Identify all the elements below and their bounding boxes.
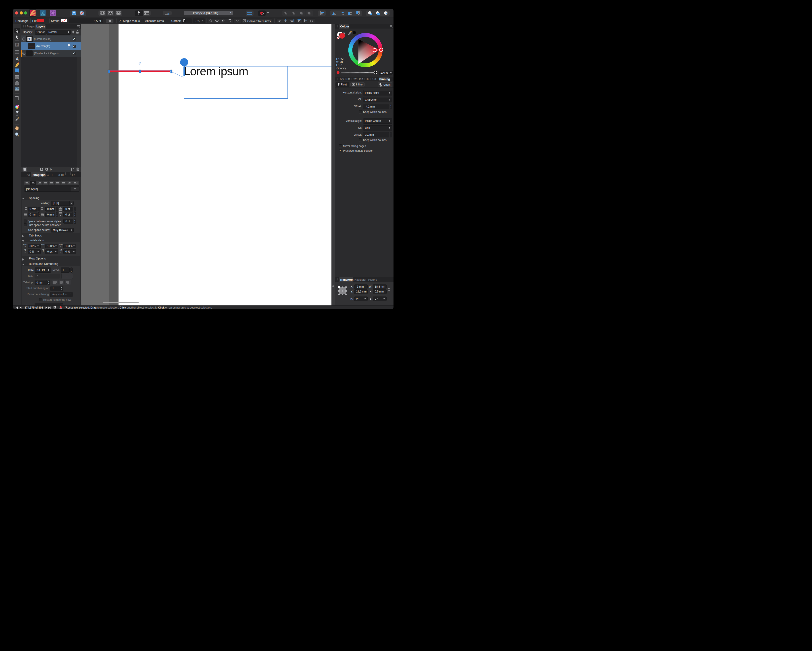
svg-text:T: T (28, 38, 31, 41)
svg-text:A: A (15, 57, 18, 61)
svg-text:T: T (16, 43, 18, 46)
